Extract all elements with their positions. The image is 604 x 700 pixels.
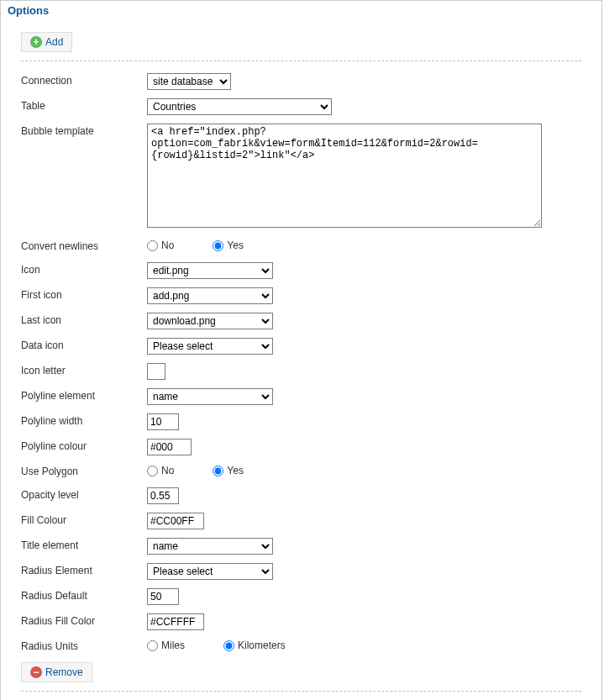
bubble-textarea[interactable]: [147, 124, 542, 228]
convert-label: Convert newlines: [21, 239, 147, 252]
radius-km-radio[interactable]: [223, 640, 234, 651]
remove-icon: −: [30, 666, 42, 678]
use-polygon-label: Use Polygon: [21, 464, 147, 477]
polyline-width-input[interactable]: [147, 413, 179, 430]
last-icon-select[interactable]: download.png: [147, 313, 273, 329]
polyline-element-select[interactable]: name: [147, 388, 273, 405]
radius-element-label: Radius Element: [21, 563, 147, 576]
polygon-no-radio[interactable]: [147, 466, 158, 476]
bubble-label: Bubble template: [21, 124, 147, 137]
remove-button[interactable]: − Remove: [21, 662, 92, 682]
polygon-no-option[interactable]: No: [147, 465, 174, 476]
convert-no-radio[interactable]: [147, 240, 158, 251]
icon-label: Icon: [21, 262, 147, 276]
fill-colour-label: Fill Colour: [21, 513, 147, 526]
connection-label: Connection: [21, 73, 147, 87]
add-icon: +: [30, 36, 42, 48]
radius-element-select[interactable]: Please select: [147, 563, 273, 580]
remove-button-label: Remove: [45, 666, 83, 678]
convert-yes-option[interactable]: Yes: [213, 239, 244, 251]
data-icon-select[interactable]: Please select: [147, 338, 273, 355]
radius-miles-radio[interactable]: [147, 640, 158, 651]
radius-fill-input[interactable]: [147, 613, 204, 630]
data-icon-label: Data icon: [21, 338, 147, 351]
icon-letter-label: Icon letter: [21, 363, 147, 376]
divider-top: [21, 61, 581, 61]
add-button-label: Add: [45, 36, 63, 48]
table-label: Table: [21, 98, 147, 112]
polyline-colour-input[interactable]: [147, 439, 192, 455]
radius-default-input[interactable]: [147, 588, 179, 605]
add-button[interactable]: + Add: [21, 32, 72, 52]
radius-km-option[interactable]: Kilometers: [223, 639, 286, 651]
polyline-width-label: Polyline width: [21, 413, 147, 427]
convert-yes-radio[interactable]: [213, 240, 223, 251]
first-icon-select[interactable]: add.png: [147, 287, 273, 304]
first-icon-label: First icon: [21, 287, 147, 301]
panel-title: Options: [1, 0, 601, 22]
polygon-yes-option[interactable]: Yes: [213, 465, 244, 476]
radius-default-label: Radius Default: [21, 588, 147, 602]
last-icon-label: Last icon: [21, 313, 147, 326]
connection-select[interactable]: site database: [147, 73, 231, 90]
polyline-element-label: Polyline element: [21, 388, 147, 402]
divider-bottom: [21, 691, 581, 692]
icon-select[interactable]: edit.png: [147, 262, 273, 279]
radius-units-label: Radius Units: [21, 639, 147, 652]
opacity-input[interactable]: [147, 487, 179, 504]
opacity-label: Opacity level: [21, 487, 147, 501]
radius-miles-option[interactable]: Miles: [147, 639, 185, 651]
radius-fill-label: Radius Fill Color: [21, 613, 147, 627]
options-panel: Options + Add Connection site database T…: [0, 0, 602, 700]
title-element-label: Title element: [21, 538, 147, 551]
polyline-colour-label: Polyline colour: [21, 439, 147, 452]
convert-no-option[interactable]: No: [147, 239, 174, 251]
fill-colour-input[interactable]: [147, 513, 204, 529]
title-element-select[interactable]: name: [147, 538, 273, 555]
table-select[interactable]: Countries: [147, 98, 332, 115]
polygon-yes-radio[interactable]: [213, 466, 223, 476]
icon-letter-input[interactable]: [147, 363, 165, 380]
